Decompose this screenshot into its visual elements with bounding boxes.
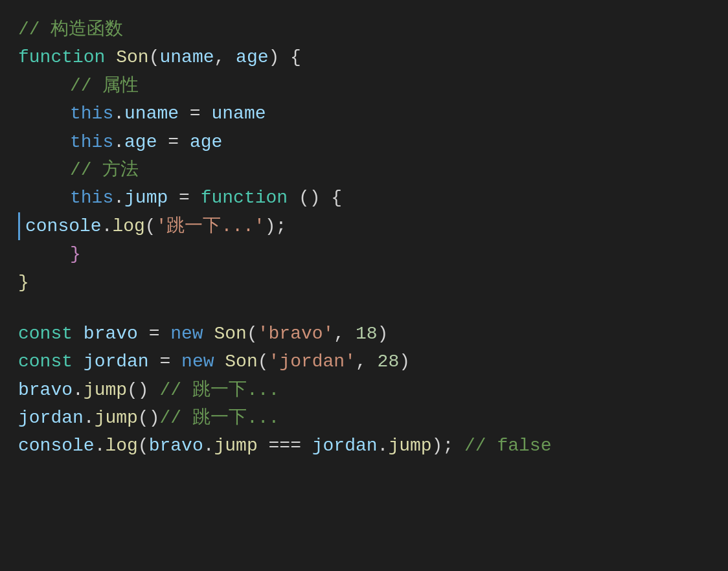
space-son1: [203, 320, 214, 348]
uname-val: uname: [211, 100, 266, 128]
const-keyword-2: const: [18, 348, 73, 375]
assign-bravo: =: [138, 320, 170, 348]
fn-parens: () {: [288, 184, 342, 212]
son-constructor-1: Son: [214, 320, 247, 348]
blank-line: [18, 297, 710, 320]
line-comment2: // 属性: [18, 72, 710, 100]
assign2: =: [157, 128, 189, 156]
new-keyword-2: new: [181, 348, 214, 375]
log2-paren-close: );: [432, 432, 464, 460]
dot5: .: [73, 376, 84, 404]
age-val: age: [190, 128, 222, 156]
param-uname: uname: [159, 43, 214, 71]
call1: (): [127, 376, 159, 404]
bravo-obj: bravo: [18, 376, 73, 404]
this-keyword-3: this: [70, 184, 113, 212]
line-close-son: }: [18, 269, 710, 297]
this-keyword-1: this: [70, 100, 113, 128]
comment-jordan: // 跳一下...: [159, 404, 279, 432]
jordan-obj: jordan: [18, 404, 84, 432]
jump-ref-2: jump: [388, 432, 431, 460]
log-method: log: [112, 212, 144, 240]
num-18: 18: [356, 320, 378, 348]
dot7: .: [95, 432, 106, 460]
keyword-function: function: [18, 43, 105, 71]
paren-close-brace: ) {: [269, 43, 301, 71]
dot4: .: [102, 212, 113, 240]
line-function-declaration: function Son ( uname , age ) {: [18, 43, 710, 71]
line-comment1: // 构造函数: [18, 16, 710, 43]
this-keyword-2: this: [70, 128, 113, 156]
jump-method-2: jump: [95, 404, 138, 432]
line-this-jump: this . jump = function () {: [18, 184, 710, 212]
brace-close-son: }: [18, 269, 29, 297]
paren-open: (: [149, 43, 160, 71]
line-this-uname: this . uname = uname: [18, 100, 710, 128]
jump-prop: jump: [124, 184, 168, 212]
function-name-son: Son: [116, 43, 148, 71]
uname-prop: uname: [124, 100, 179, 128]
dot1: .: [113, 100, 124, 128]
dot2: .: [113, 128, 124, 156]
var-bravo: bravo: [84, 320, 138, 348]
space-son2: [214, 348, 225, 375]
bravo-ref: bravo: [149, 432, 203, 460]
paren-jordan-close: ): [399, 348, 410, 375]
line-bravo-call: bravo . jump () // 跳一下...: [18, 376, 710, 404]
line-jordan: const jordan = new Son ( 'jordan' , 28 ): [18, 348, 710, 375]
console-obj: console: [25, 212, 102, 240]
age-prop: age: [124, 128, 157, 156]
log-method-2: log: [105, 432, 137, 460]
comment1-text: // 构造函数: [18, 16, 123, 43]
triple-eq: ===: [258, 432, 312, 460]
line-close-jump: }: [18, 240, 710, 268]
log-paren-close: );: [265, 212, 287, 240]
dot9: .: [378, 432, 389, 460]
jump-ref-1: jump: [214, 432, 258, 460]
call2: (): [138, 404, 160, 432]
comment2-text: // 属性: [70, 72, 139, 100]
log-paren-open: (: [145, 212, 156, 240]
string-jordan: 'jordan': [269, 348, 356, 375]
brace-close-jump: }: [70, 240, 81, 268]
son-constructor-2: Son: [225, 348, 257, 375]
log2-paren-open: (: [138, 432, 149, 460]
string-bravo: 'bravo': [258, 320, 334, 348]
string-jump: '跳一下...': [156, 212, 265, 240]
comma: ,: [214, 43, 236, 71]
comment3-text: // 方法: [70, 156, 139, 184]
line-comment3: // 方法: [18, 156, 710, 184]
paren-jordan-open: (: [258, 348, 269, 375]
dot6: .: [84, 404, 95, 432]
assign-jordan: =: [149, 348, 181, 375]
num-28: 28: [378, 348, 400, 375]
assign1: =: [179, 100, 211, 128]
keyword-function-inner: function: [201, 184, 288, 212]
paren-bravo-open: (: [247, 320, 258, 348]
line-this-age: this . age = age: [18, 128, 710, 156]
space-bravo: [73, 320, 84, 348]
paren-bravo-close: ): [378, 320, 389, 348]
const-keyword-1: const: [18, 320, 73, 348]
comment-bravo: // 跳一下...: [159, 376, 279, 404]
line-bravo: const bravo = new Son ( 'bravo' , 18 ): [18, 320, 710, 348]
comma-jordan: ,: [356, 348, 378, 375]
param-age: age: [236, 43, 268, 71]
space-jordan: [73, 348, 84, 375]
var-jordan: jordan: [84, 348, 149, 375]
assign3: =: [168, 184, 200, 212]
line-console-compare: console . log ( bravo . jump === jordan …: [18, 432, 710, 460]
line-jordan-call: jordan . jump () // 跳一下...: [18, 404, 710, 432]
comment-false: // false: [464, 432, 551, 460]
dot8: .: [203, 432, 214, 460]
jump-method-1: jump: [84, 376, 127, 404]
jordan-ref: jordan: [312, 432, 378, 460]
dot3: .: [113, 184, 124, 212]
code-editor: // 构造函数 function Son ( uname , age ) { /…: [18, 16, 710, 460]
new-keyword-1: new: [170, 320, 203, 348]
space1: [105, 43, 116, 71]
comma-bravo: ,: [334, 320, 356, 348]
line-console-log: console . log ( '跳一下...' );: [18, 212, 710, 240]
console-obj-2: console: [18, 432, 95, 460]
